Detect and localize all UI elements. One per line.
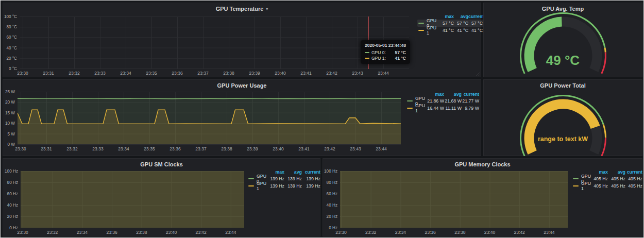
y-axis-tick-label: 10 W — [3, 121, 15, 126]
legend-value: 405 Hz — [608, 176, 625, 181]
legend-series-name: GPU 1 — [581, 181, 592, 191]
x-axis-tick-label: 23:40 — [275, 71, 285, 76]
legend-header-avg[interactable]: avg — [608, 169, 625, 175]
tooltip-series-value: 41 °C — [391, 56, 406, 61]
y-axis-tick-label: 100 Hz — [323, 169, 337, 174]
legend-value: 139 Hz — [284, 176, 302, 181]
x-axis-tick-label: 23:42 — [514, 230, 525, 235]
x-axis-tick-label: 23:32 — [47, 230, 58, 235]
legend-value: 139 Hz — [302, 176, 320, 181]
x-axis-tick-label: 23:38 — [223, 71, 234, 76]
panel-header-gpu-memory-clocks[interactable]: GPU Memory Clocks — [323, 159, 642, 169]
x-axis-tick-label: 23:44 — [376, 146, 386, 151]
x-axis-tick-label: 23:36 — [425, 230, 435, 235]
legend-value: 21.77 W — [462, 98, 479, 104]
legend-row: GPU 116.44 W11.11 W9.79 W — [406, 105, 480, 112]
x-axis-tick-label: 23:34 — [77, 230, 88, 235]
legend-value: 9.79 W — [462, 106, 479, 111]
chart-plot-area[interactable] — [21, 171, 244, 228]
chart-plot-area[interactable] — [20, 16, 409, 69]
x-axis-tick-label: 23:44 — [378, 71, 388, 76]
x-axis-tick-label: 23:30 — [17, 71, 28, 76]
y-axis-tick-label: 40 Hz — [323, 203, 337, 208]
legend-value: 21.86 W — [427, 98, 444, 104]
legend-series-label[interactable]: GPU 1 — [248, 181, 269, 191]
legend-header-current[interactable]: current — [468, 14, 483, 19]
panel-title: GPU Memory Clocks — [454, 161, 510, 167]
panel-title: GPU SM Clocks — [140, 161, 183, 167]
y-axis-tick-label: 20 °C — [3, 56, 17, 60]
legend-header-avg[interactable]: avg — [444, 92, 462, 97]
panel-header-gpu-temperature[interactable]: GPU Temperature▾ — [3, 3, 481, 13]
panel-title: GPU Temperature — [216, 6, 264, 12]
legend-header-max[interactable]: max — [592, 169, 608, 175]
legend: maxavgcurrentGPU 021.86 W21.68 W21.77 WG… — [406, 91, 480, 112]
legend-header-current[interactable]: current — [462, 92, 479, 97]
x-axis-tick-label: 23:41 — [300, 71, 311, 76]
legend-row: GPU 1405 Hz405 Hz405 Hz — [572, 182, 643, 190]
y-axis-tick-label: 80 Hz — [3, 180, 18, 185]
series-color-dash-icon — [573, 185, 579, 186]
legend-header-max[interactable]: max — [439, 14, 454, 19]
legend-series-label[interactable]: GPU 1 — [573, 181, 592, 191]
legend-value: 405 Hz — [592, 183, 608, 189]
x-axis-tick-label: 23:37 — [195, 146, 206, 151]
x-axis-tick-label: 23:34 — [120, 71, 131, 76]
panel-header-gpu-sm-clocks[interactable]: GPU SM Clocks — [3, 159, 320, 169]
x-axis-tick-label: 23:40 — [484, 230, 495, 235]
legend: maxavgcurrentGPU 0405 Hz405 Hz405 HzGPU … — [572, 169, 643, 190]
legend-header-avg[interactable]: avg — [454, 14, 468, 19]
legend-header-avg[interactable]: avg — [284, 169, 302, 175]
legend-series-name: GPU 1 — [415, 103, 427, 113]
gauge-value: 49 °C — [484, 53, 642, 69]
y-axis-tick-label: 60 Hz — [323, 192, 337, 196]
chart-canvas — [340, 171, 568, 228]
chart-plot-area[interactable] — [340, 171, 568, 228]
legend-header-current[interactable]: current — [625, 169, 642, 175]
x-axis-tick-label: 23:42 — [324, 146, 335, 151]
x-axis-tick-label: 23:32 — [66, 146, 77, 151]
tooltip-series-value: 57 °C — [391, 50, 406, 55]
tooltip-series-row: GPU 0:57 °C — [365, 49, 406, 56]
x-axis-tick-label: 23:35 — [146, 71, 157, 76]
series-color-dash-icon — [248, 185, 254, 186]
panel-gpu-avg-temp: GPU Avg. Temp 49 °C — [483, 3, 642, 77]
gauge-fill — [529, 104, 595, 152]
panel-gpu-power-total: GPU Power Total range to text kW — [483, 79, 642, 156]
series-color-dash-icon — [407, 108, 413, 109]
legend-series-name: GPU 1 — [257, 181, 269, 191]
y-axis-tick-label: 60 Hz — [3, 192, 18, 196]
x-axis-tick-label: 23:36 — [170, 146, 180, 151]
legend-value: 41 °C — [439, 28, 454, 33]
x-axis-tick-label: 23:32 — [69, 71, 79, 76]
gauge-value: range to text kW — [484, 135, 642, 143]
x-axis-tick-label: 23:44 — [225, 230, 236, 235]
chart-canvas — [18, 92, 401, 145]
x-axis-tick-label: 23:35 — [144, 146, 155, 151]
series-area-gpu-1 — [340, 171, 568, 228]
chart-plot-area[interactable] — [18, 92, 401, 145]
x-axis-tick-label: 23:41 — [298, 146, 309, 151]
chart-canvas — [20, 16, 409, 69]
x-axis-tick-label: 23:30 — [335, 230, 346, 235]
y-axis-tick-label: 0 °C — [3, 66, 17, 71]
legend-series-label[interactable]: GPU 1 — [407, 103, 427, 113]
legend: maxavgcurrentGPU 0139 Hz139 Hz139 HzGPU … — [247, 169, 321, 190]
legend-row: GPU 141 °C41 °C41 °C — [417, 27, 484, 34]
legend-value: 405 Hz — [608, 183, 625, 189]
panel-gpu-sm-clocks: GPU SM Clocks 23:3023:3223:3423:3623:382… — [3, 158, 320, 236]
x-axis-tick-label: 23:31 — [43, 71, 54, 76]
tooltip-series-label: GPU 0: — [371, 50, 386, 55]
panel-resize-handle[interactable] — [475, 71, 480, 76]
legend-header-max[interactable]: max — [427, 92, 444, 97]
x-axis-tick-label: 23:40 — [166, 230, 177, 235]
legend-header-current[interactable]: current — [302, 169, 320, 175]
panel-header-gpu-power-usage[interactable]: GPU Power Usage — [3, 80, 481, 90]
x-axis-tick-label: 23:36 — [106, 230, 117, 235]
legend-value: 139 Hz — [269, 183, 284, 189]
legend-header-max[interactable]: max — [269, 169, 284, 175]
legend-series-label[interactable]: GPU 1 — [418, 25, 439, 36]
y-axis-tick-label: 60 °C — [3, 35, 17, 40]
legend-value: 11.11 W — [444, 106, 462, 111]
legend-value: 139 Hz — [302, 183, 320, 189]
